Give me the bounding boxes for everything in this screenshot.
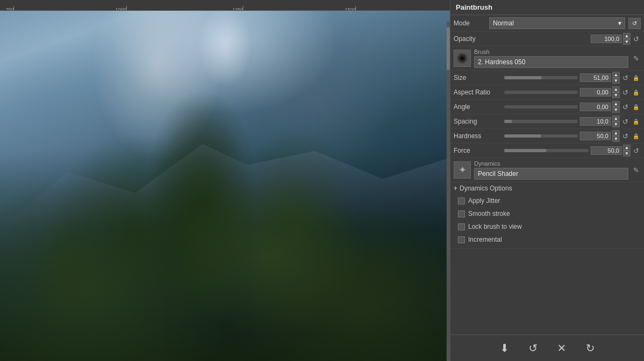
- dynamics-section-label: Dynamics: [474, 160, 628, 167]
- mode-value: Normal: [493, 19, 514, 27]
- ruler-label: 1250: [232, 7, 243, 11]
- mode-reset-button[interactable]: ↺: [628, 18, 641, 29]
- save-button[interactable]: ⬇: [496, 339, 513, 357]
- dynamics-preset-name[interactable]: Pencil Shader: [474, 168, 628, 180]
- reset-icon: ↺: [632, 20, 637, 27]
- brush-section-label: Brush: [474, 49, 628, 55]
- checkbox-row-1: Smooth stroke: [454, 207, 641, 220]
- checkbox-label-0: Apply Jitter: [468, 197, 500, 205]
- slider-pin-1[interactable]: 🔒: [631, 88, 641, 97]
- scroll-thumb[interactable]: [447, 27, 450, 70]
- slider-pin-0[interactable]: 🔒: [631, 74, 641, 82]
- slider-pin-2[interactable]: 🔒: [631, 103, 641, 111]
- slider-value-4[interactable]: 50,0: [580, 132, 611, 140]
- slider-row-force: Force50,0▲▼↺: [450, 144, 644, 158]
- slider-up-5[interactable]: ▲: [623, 145, 631, 151]
- brush-preview[interactable]: [454, 50, 471, 67]
- slider-track-1[interactable]: [504, 87, 578, 97]
- right-panel: Paintbrush Mode Normal ▾ ↺ Opacity 100,0…: [450, 0, 644, 361]
- slider-rows-container: Size51,00▲▼↺🔒Aspect Ratio0,00▲▼↺🔒Angle0,…: [450, 71, 644, 158]
- slider-down-2[interactable]: ▼: [612, 107, 620, 113]
- brush-section: Brush 2. Hardness 050 ✎: [450, 46, 644, 71]
- main-area: 750100012501500 Paintbrush Mode Normal: [0, 0, 644, 361]
- dynamics-header: ✦ Dynamics Pencil Shader ✎: [450, 158, 644, 182]
- slider-down-3[interactable]: ▼: [612, 121, 620, 127]
- slider-value-3[interactable]: 10,0: [580, 117, 611, 126]
- slider-pin-4[interactable]: 🔒: [631, 132, 641, 140]
- slider-track-2[interactable]: [504, 102, 578, 112]
- reset-button[interactable]: ↺: [524, 339, 542, 357]
- opacity-spinner[interactable]: ▲ ▼: [623, 33, 631, 45]
- mode-chevron-icon: ▾: [618, 19, 621, 27]
- slider-value-5[interactable]: 50,0: [591, 146, 622, 155]
- slider-up-2[interactable]: ▲: [612, 101, 620, 107]
- dynamics-edit-button[interactable]: ✎: [632, 165, 641, 175]
- slider-value-0[interactable]: 51,00: [580, 73, 611, 82]
- checkbox-3[interactable]: [458, 236, 465, 243]
- slider-pin-3[interactable]: 🔒: [631, 118, 641, 126]
- slider-reset-4[interactable]: ↺: [621, 131, 630, 141]
- mode-select[interactable]: Normal ▾: [489, 17, 625, 29]
- slider-row-spacing: Spacing10,0▲▼↺🔒: [450, 114, 644, 129]
- slider-reset-5[interactable]: ↺: [632, 146, 641, 156]
- brush-edit-button[interactable]: ✎: [632, 53, 641, 64]
- ruler-tick: 1500: [355, 6, 356, 10]
- slider-up-4[interactable]: ▲: [612, 130, 620, 136]
- opacity-value[interactable]: 100,0: [591, 35, 622, 43]
- opacity-value-group: 100,0 ▲ ▼ ↺: [591, 33, 641, 45]
- checkbox-2[interactable]: [458, 223, 465, 230]
- slider-track-0[interactable]: [504, 73, 578, 83]
- opacity-up-button[interactable]: ▲: [623, 33, 631, 39]
- slider-label-1: Aspect Ratio: [454, 88, 502, 96]
- slider-down-4[interactable]: ▼: [612, 136, 620, 142]
- slider-reset-2[interactable]: ↺: [621, 102, 630, 112]
- dynamics-options-section: + Dynamics Options Apply JitterSmooth st…: [450, 182, 644, 249]
- dynamics-preview[interactable]: ✦: [454, 161, 471, 179]
- mode-row: Mode Normal ▾ ↺: [450, 15, 644, 32]
- dynamics-options-header[interactable]: + Dynamics Options: [454, 185, 641, 192]
- panel-title: Paintbrush: [450, 0, 644, 15]
- slider-reset-1[interactable]: ↺: [621, 87, 630, 98]
- checkbox-label-3: Incremental: [468, 236, 502, 243]
- mode-label: Mode: [454, 19, 486, 27]
- slider-spinner-3[interactable]: ▲▼: [612, 115, 620, 127]
- slider-track-3[interactable]: [504, 117, 578, 126]
- slider-down-5[interactable]: ▼: [623, 151, 631, 156]
- canvas-scrollbar[interactable]: [447, 22, 450, 361]
- checkbox-1[interactable]: [458, 210, 465, 217]
- slider-down-1[interactable]: ▼: [612, 92, 620, 98]
- ruler-tick: 1000: [126, 6, 127, 10]
- slider-row-angle: Angle0,00▲▼↺🔒: [450, 100, 644, 114]
- slider-reset-3[interactable]: ↺: [621, 117, 630, 127]
- slider-up-3[interactable]: ▲: [612, 115, 620, 121]
- dynamics-info: Dynamics Pencil Shader: [474, 160, 628, 180]
- dynamics-preview-icon: ✦: [458, 164, 467, 176]
- canvas-image[interactable]: [0, 11, 450, 361]
- slider-spinner-4[interactable]: ▲▼: [612, 130, 620, 142]
- slider-row-hardness: Hardness50,0▲▼↺🔒: [450, 129, 644, 144]
- brush-preset-name[interactable]: 2. Hardness 050: [474, 56, 628, 68]
- checkbox-row-2: Lock brush to view: [454, 220, 641, 233]
- slider-up-0[interactable]: ▲: [612, 72, 620, 78]
- slider-up-1[interactable]: ▲: [612, 86, 620, 92]
- slider-spinner-0[interactable]: ▲▼: [612, 72, 620, 84]
- slider-value-2[interactable]: 0,00: [580, 103, 611, 111]
- slider-track-5[interactable]: [504, 146, 588, 155]
- opacity-down-button[interactable]: ▼: [623, 39, 631, 45]
- slider-down-0[interactable]: ▼: [612, 78, 620, 84]
- delete-button[interactable]: ✕: [553, 339, 571, 357]
- slider-track-4[interactable]: [504, 131, 578, 141]
- slider-spinner-1[interactable]: ▲▼: [612, 86, 620, 98]
- slider-value-1[interactable]: 0,00: [580, 88, 611, 97]
- ruler-top: 750100012501500: [0, 0, 450, 11]
- slider-reset-0[interactable]: ↺: [621, 73, 630, 83]
- opacity-reset-button[interactable]: ↺: [632, 34, 641, 44]
- slider-spinner-5[interactable]: ▲▼: [623, 145, 631, 156]
- undo-button[interactable]: ↻: [581, 339, 599, 357]
- slider-label-0: Size: [454, 74, 502, 81]
- slider-spinner-2[interactable]: ▲▼: [612, 101, 620, 113]
- checkbox-0[interactable]: [458, 197, 465, 205]
- slider-label-2: Angle: [454, 103, 502, 111]
- slider-value-group-5: 50,0▲▼↺: [591, 145, 641, 156]
- checkbox-row-0: Apply Jitter: [454, 194, 641, 207]
